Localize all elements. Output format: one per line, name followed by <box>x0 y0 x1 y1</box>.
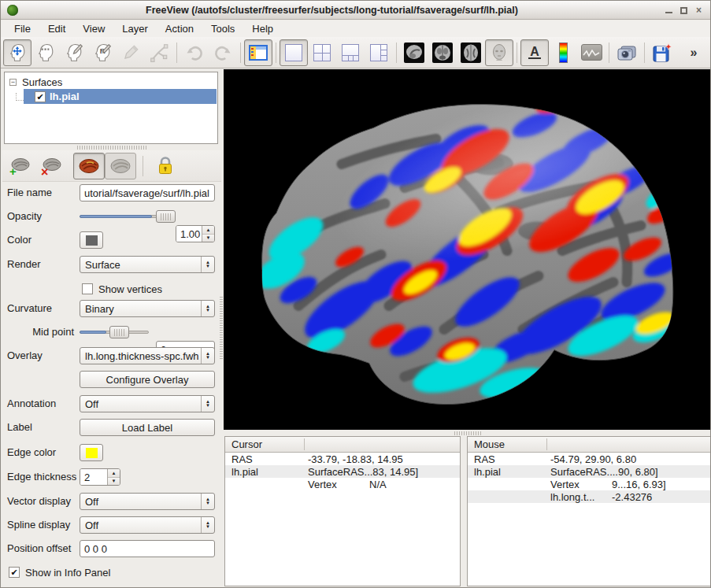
load-surface-button[interactable]: + <box>4 153 35 179</box>
menu-file[interactable]: File <box>6 21 39 36</box>
position-offset-label: Position offset <box>7 540 71 557</box>
combo-arrows-icon: ▲▼ <box>201 494 214 509</box>
show-color-scale-button[interactable] <box>549 39 577 66</box>
info-panel-splitter[interactable] <box>224 430 711 436</box>
lock-layer-button[interactable] <box>150 153 181 179</box>
menu-help[interactable]: Help <box>243 21 282 36</box>
file-name-input[interactable]: utorial/fsaverage/surf/lh.pial <box>80 184 215 202</box>
mouse-panel-header[interactable]: Mouse <box>468 437 710 453</box>
info-row: RAS -33.79, -18.83, 14.95 <box>225 453 460 465</box>
point-set-edit-button[interactable] <box>117 39 145 66</box>
view-3d-canvas[interactable] <box>224 69 711 430</box>
colored-brain-icon <box>77 157 101 176</box>
position-offset-input[interactable]: 0 0 0 <box>80 540 215 557</box>
window-title: FreeView (/autofs/cluster/freesurfer/sub… <box>1 1 663 20</box>
spline-display-combo[interactable]: Off ▲▼ <box>80 516 215 534</box>
tree-group-surfaces[interactable]: − Surfaces <box>9 75 62 89</box>
close-button[interactable]: × <box>692 4 705 17</box>
save-icon <box>651 43 673 63</box>
tree-item-lh-pial[interactable]: ✔ lh.pial <box>24 89 217 104</box>
save-point-set-button[interactable] <box>648 39 676 66</box>
annotation-combo[interactable]: Off ▲▼ <box>80 395 215 412</box>
edge-thickness-spinbox[interactable]: 2 ▲▼ <box>80 468 120 486</box>
voxel-edit-button[interactable] <box>60 39 88 66</box>
mid-point-slider[interactable] <box>80 324 149 341</box>
path-edit-button[interactable] <box>145 39 173 66</box>
time-course-button[interactable] <box>577 39 605 66</box>
minimize-icon <box>665 11 672 13</box>
layout-1x3-side-button[interactable] <box>365 39 393 66</box>
title-bar[interactable]: FreeView (/autofs/cluster/freesurfer/sub… <box>1 1 710 20</box>
close-icon: × <box>696 5 702 16</box>
header-column-divider[interactable] <box>304 438 305 450</box>
header-column-divider[interactable] <box>546 438 547 450</box>
cursor-panel-header[interactable]: Cursor <box>225 437 460 453</box>
menu-tools[interactable]: Tools <box>202 21 243 36</box>
view-3d-button[interactable] <box>485 39 513 66</box>
show-vertices-checkbox[interactable] <box>82 283 93 294</box>
spline-display-value: Off <box>85 520 201 531</box>
configure-overlay-row: Configure Overlay <box>1 371 224 388</box>
redo-button[interactable] <box>209 39 237 66</box>
toolbar-overflow-button[interactable]: » <box>680 39 708 66</box>
layer-visibility-checkbox[interactable]: ✔ <box>35 91 46 102</box>
minimize-button[interactable] <box>662 4 676 17</box>
tree-collapse-icon[interactable]: − <box>9 79 17 86</box>
undo-button[interactable] <box>180 39 209 66</box>
spin-up-icon[interactable]: ▲ <box>108 469 120 478</box>
mid-point-row: Mid point 0 <box>1 324 224 341</box>
show-annotation-button[interactable]: A <box>520 39 549 66</box>
layer-toolbar: + × <box>2 150 221 182</box>
render-combo[interactable]: Surface ▲▼ <box>80 256 215 273</box>
recon-edit-button[interactable]: R <box>88 39 117 66</box>
view-sagittal-button[interactable] <box>400 39 428 66</box>
overlay-combo[interactable]: lh.long.thickness-spc.fwh ▲▼ <box>80 347 215 364</box>
layout-1x3-button[interactable] <box>336 39 365 66</box>
view-axial-button[interactable] <box>457 39 485 66</box>
tree-group-label: Surfaces <box>22 76 62 88</box>
curvature-combo[interactable]: Binary ▲▼ <box>80 300 215 317</box>
camera-icon <box>616 43 638 62</box>
combo-arrows-icon: ▲▼ <box>201 301 214 316</box>
menu-layer[interactable]: Layer <box>113 21 157 36</box>
surface-color-mode-button[interactable] <box>73 153 105 179</box>
load-label-button[interactable]: Load Label <box>80 419 215 436</box>
overflow-chevrons-icon: » <box>691 46 698 60</box>
opacity-slider[interactable] <box>80 208 168 225</box>
menu-action[interactable]: Action <box>157 21 202 36</box>
axial-slice-icon <box>461 43 481 63</box>
check-icon: ✔ <box>36 92 43 102</box>
show-in-info-panel-checkbox[interactable]: ✔ <box>9 567 20 578</box>
brain-surface-render <box>224 69 711 430</box>
info-row: Vertex N/A <box>225 478 460 490</box>
surface-gray-mode-button[interactable] <box>105 153 136 179</box>
info-row-value: -2.43276 <box>612 491 710 503</box>
configure-overlay-button[interactable]: Configure Overlay <box>80 371 215 388</box>
info-row: RAS -54.79, 29.90, 6.80 <box>468 453 710 465</box>
lock-icon <box>155 155 176 177</box>
show-in-info-panel-checkbox-row[interactable]: ✔ Show in Info Panel <box>9 564 110 581</box>
tree-splitter[interactable] <box>1 145 224 150</box>
maximize-button[interactable] <box>677 4 691 17</box>
measure-button[interactable] <box>31 39 60 66</box>
view-coronal-button[interactable] <box>428 39 457 66</box>
opacity-slider-handle[interactable] <box>156 210 176 223</box>
layout-2x2-button[interactable] <box>308 39 336 66</box>
show-vertices-checkbox-row[interactable]: Show vertices <box>82 280 162 298</box>
info-row-value: N/A <box>369 479 460 490</box>
vector-display-combo[interactable]: Off ▲▼ <box>80 493 215 510</box>
spin-down-icon[interactable]: ▼ <box>108 478 120 486</box>
toggle-control-panel-button[interactable] <box>244 39 272 66</box>
surface-color-button[interactable] <box>80 231 103 249</box>
menu-view[interactable]: View <box>74 21 113 36</box>
info-row: lh.pial SurfaceRAS...83, 14.95] <box>225 465 460 478</box>
curvature-row: Curvature Binary ▲▼ <box>1 300 224 317</box>
redo-icon <box>212 43 234 63</box>
navigate-button[interactable] <box>3 39 31 66</box>
mid-point-slider-handle[interactable] <box>109 326 129 338</box>
menu-edit[interactable]: Edit <box>39 21 74 36</box>
unload-surface-button[interactable]: × <box>35 153 67 179</box>
screenshot-button[interactable] <box>613 39 641 66</box>
edge-color-button[interactable] <box>80 444 103 461</box>
layout-1x1-button[interactable] <box>280 39 308 66</box>
